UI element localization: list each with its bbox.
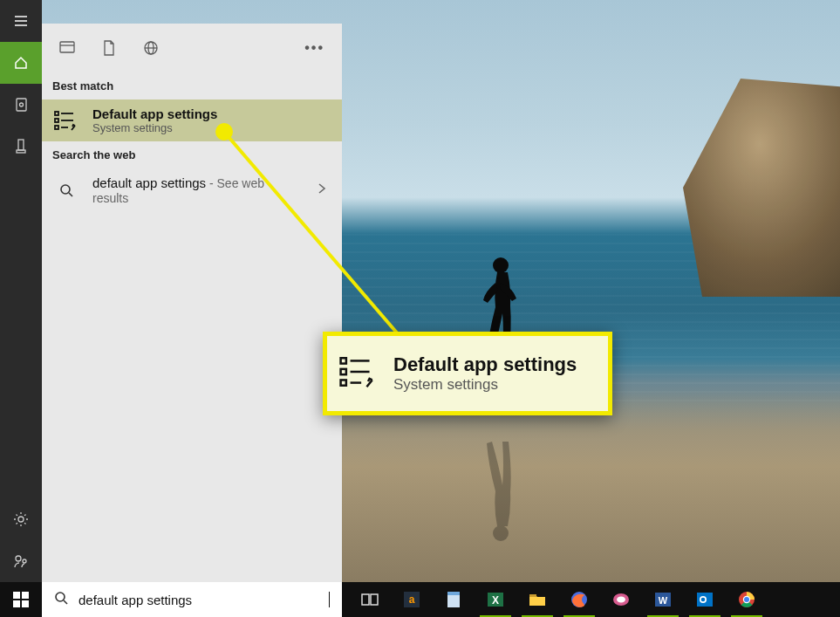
cortana-left-rail [0,0,42,582]
filter-documents-icon[interactable] [103,40,115,56]
svg-rect-32 [13,592,20,599]
svg-line-24 [69,193,72,196]
feedback-icon[interactable] [0,540,42,582]
svg-rect-7 [18,140,24,150]
svg-rect-5 [17,99,26,111]
taskbar-chrome[interactable] [726,582,768,617]
taskbar-task-view[interactable] [349,582,391,617]
taskbar-firefox[interactable] [558,582,600,617]
svg-point-0 [493,257,509,273]
svg-rect-43 [447,592,460,595]
svg-point-6 [20,103,24,106]
svg-point-10 [16,556,21,561]
svg-text:a: a [409,593,415,606]
menu-icon[interactable] [0,0,42,42]
svg-text:X: X [492,594,499,607]
svg-point-58 [744,597,749,602]
notebook-icon[interactable] [0,84,42,126]
taskbar-snip[interactable] [600,582,642,617]
svg-point-23 [61,185,70,194]
taskbar: a X W [0,582,840,617]
filter-apps-icon[interactable] [59,41,75,55]
svg-point-36 [56,593,65,601]
default-apps-icon [52,110,80,131]
callout-title: Default app settings [393,353,577,376]
taskbar-notepad[interactable] [433,582,475,617]
svg-rect-38 [362,594,369,605]
taskbar-amazon[interactable]: a [391,582,433,617]
svg-rect-33 [22,592,29,599]
web-result-query: default app settings [92,175,206,190]
svg-text:W: W [659,595,668,606]
start-button[interactable] [0,582,42,617]
taskbar-apps: a X W [349,582,768,617]
filter-more-icon[interactable]: ••• [304,40,324,56]
default-apps-icon [339,355,378,392]
chevron-right-icon[interactable] [312,182,331,198]
filter-web-icon[interactable] [143,40,159,56]
search-input[interactable] [79,593,318,607]
settings-gear-icon[interactable] [0,498,42,540]
svg-rect-46 [529,594,536,597]
svg-rect-28 [341,369,346,374]
svg-rect-17 [55,112,58,115]
search-web-header: Search the web [42,141,342,168]
search-filter-toolbar: ••• [42,24,342,72]
svg-rect-12 [60,42,74,52]
best-match-subtitle: System settings [92,121,217,134]
svg-rect-35 [22,600,29,607]
annotation-callout: Default app settings System settings [323,332,612,415]
text-caret [329,592,330,607]
taskbar-outlook[interactable] [684,582,726,617]
svg-point-11 [23,559,26,563]
wallpaper-runner-reflection [471,397,523,545]
svg-rect-19 [55,119,58,122]
search-results-panel: ••• Best match Default app settings Syst… [42,24,342,582]
web-result-text: default app settings - See web results [92,175,300,205]
svg-point-49 [617,597,625,603]
best-match-result[interactable]: Default app settings System settings [42,99,342,141]
svg-line-37 [64,600,67,604]
svg-rect-8 [17,150,25,153]
taskbar-excel[interactable]: X [475,582,516,617]
best-match-title: Default app settings [92,106,217,121]
devices-icon[interactable] [0,126,42,168]
best-match-header: Best match [42,72,342,99]
web-result-row[interactable]: default app settings - See web results [42,168,342,212]
taskbar-search-box[interactable] [42,582,342,617]
taskbar-file-explorer[interactable] [516,582,558,617]
svg-rect-21 [55,126,58,129]
callout-subtitle: System settings [393,376,577,394]
search-icon [52,183,80,197]
home-icon[interactable] [0,42,42,84]
svg-rect-30 [341,380,346,385]
taskbar-word[interactable]: W [642,582,684,617]
svg-point-9 [18,517,24,522]
svg-rect-39 [371,594,378,605]
svg-rect-34 [13,600,20,607]
svg-point-54 [701,598,706,602]
svg-point-1 [493,525,509,541]
svg-rect-26 [341,358,346,363]
search-icon [54,591,68,608]
